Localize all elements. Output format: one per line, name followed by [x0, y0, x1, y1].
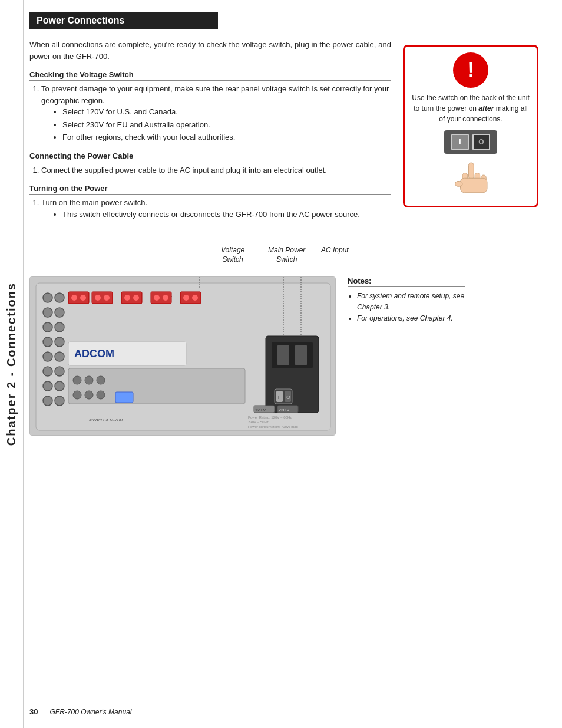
svg-text:230V ~ 50Hz: 230V ~ 50Hz: [248, 420, 269, 424]
svg-point-16: [43, 352, 52, 361]
two-col-layout: When all connections are complete, you'r…: [29, 39, 550, 222]
svg-point-48: [85, 376, 93, 384]
bullet-120v: Select 120V for U.S. and Canada.: [62, 106, 391, 118]
right-column: ! Use the switch on the back of the unit…: [403, 39, 550, 222]
footer-title: GFR-700 Owner's Manual: [49, 708, 131, 716]
svg-text:230 V: 230 V: [279, 408, 290, 412]
rear-panel-diagram: RS RF C LF LS: [29, 276, 336, 436]
voltage-bullets: Select 120V for U.S. and Canada. Select …: [62, 106, 391, 143]
svg-point-15: [55, 337, 64, 347]
hand-svg: [447, 159, 494, 200]
svg-point-22: [43, 396, 52, 406]
svg-point-11: [55, 308, 64, 317]
note-item-1: For system and remote setup, see Chapter…: [357, 291, 465, 313]
svg-text:ADCOM: ADCOM: [74, 348, 114, 360]
svg-point-12: [43, 322, 52, 332]
svg-rect-4: [461, 178, 488, 193]
svg-point-18: [43, 367, 52, 376]
svg-point-14: [43, 337, 52, 347]
cable-step-1: Connect the supplied power cable to the …: [41, 164, 391, 176]
page-footer: 30 GFR-700 Owner's Manual: [29, 707, 550, 716]
notes-heading: Notes:: [348, 276, 465, 287]
intro-paragraph: When all connections are complete, you'r…: [29, 39, 391, 62]
line-ac-input: [336, 265, 336, 275]
svg-point-47: [73, 376, 81, 384]
label-main-power-switch: Main PowerSwitch: [268, 246, 305, 264]
svg-point-42: [183, 295, 189, 301]
svg-point-20: [43, 381, 52, 391]
warning-icon: !: [453, 52, 488, 88]
svg-text:120 V: 120 V: [255, 408, 266, 412]
svg-point-50: [73, 391, 81, 399]
svg-point-31: [80, 295, 86, 301]
voltage-step-1: To prevent damage to your equipment, mak…: [41, 83, 391, 143]
cable-step-1-text: Connect the supplied power cable to the …: [41, 166, 327, 174]
svg-point-51: [85, 391, 93, 399]
svg-rect-0: [469, 163, 474, 179]
subheading-power: Turning on the Power: [29, 184, 391, 195]
svg-point-17: [55, 352, 64, 361]
power-bullets: This switch effectively connects or disc…: [62, 209, 391, 220]
line-voltage: [234, 265, 234, 275]
cable-steps: Connect the supplied power cable to the …: [41, 164, 391, 176]
warning-text: Use the switch on the back of the unit t…: [411, 93, 531, 124]
svg-point-8: [43, 293, 52, 302]
sidebar: Chatper 2 - Connections: [0, 0, 24, 728]
svg-point-30: [71, 295, 77, 301]
svg-point-13: [55, 322, 64, 332]
subheading-voltage: Checking the Voltage Switch: [29, 70, 391, 81]
svg-point-49: [97, 376, 105, 384]
line-main-power: [286, 265, 286, 275]
hand-illustration: [411, 159, 531, 200]
switch-o: O: [472, 134, 490, 150]
svg-point-43: [192, 295, 198, 301]
svg-point-23: [55, 396, 64, 406]
voltage-step-1-text: To prevent damage to your equipment, mak…: [41, 84, 389, 105]
svg-point-36: [124, 295, 130, 301]
subheading-cable: Connecting the Power Cable: [29, 151, 391, 162]
power-steps: Turn on the main power switch. This swit…: [41, 197, 391, 220]
svg-point-33: [95, 295, 101, 301]
main-content: Power Connections When all connections a…: [29, 0, 550, 459]
svg-point-21: [55, 381, 64, 391]
warning-exclamation: !: [467, 60, 474, 81]
svg-rect-57: [295, 345, 307, 365]
label-voltage-switch: VoltageSwitch: [221, 246, 244, 264]
bullet-230v: Select 230V for EU and Australia operati…: [62, 119, 391, 131]
svg-rect-53: [115, 392, 133, 403]
svg-text:Power consumption: 700W max: Power consumption: 700W max: [248, 425, 298, 429]
svg-point-10: [43, 308, 52, 317]
svg-rect-46: [68, 368, 245, 404]
voltage-steps: To prevent damage to your equipment, mak…: [41, 83, 391, 143]
svg-point-19: [55, 367, 64, 376]
svg-point-39: [154, 295, 160, 301]
notes-section: Notes: For system and remote setup, see …: [348, 276, 465, 436]
power-step-1: Turn on the main power switch. This swit…: [41, 197, 391, 220]
label-ac-input: AC Input: [321, 246, 349, 255]
note-item-2: For operations, see Chapter 4.: [357, 313, 465, 324]
power-step-1-text: Turn on the main power switch.: [41, 198, 147, 207]
power-switch-illustration: I O: [444, 130, 497, 154]
svg-point-34: [104, 295, 110, 301]
notes-list: For system and remote setup, see Chapter…: [357, 291, 465, 325]
warning-text-bold: after: [478, 104, 494, 113]
svg-rect-56: [277, 345, 289, 365]
power-bullet-1: This switch effectively connects or disc…: [62, 209, 391, 220]
svg-rect-5: [455, 182, 462, 187]
svg-text:Power Rating: 120V ~ 60Hz: Power Rating: 120V ~ 60Hz: [248, 416, 292, 419]
diagram-section: VoltageSwitch Main PowerSwitch AC Input: [29, 246, 550, 436]
page-number: 30: [29, 707, 38, 716]
diagram-labels: VoltageSwitch Main PowerSwitch AC Input: [65, 246, 550, 275]
section-header: Power Connections: [29, 12, 218, 29]
svg-point-9: [55, 293, 64, 302]
bullet-other: For other regions, check with your local…: [62, 131, 391, 143]
diagram-row: RS RF C LF LS: [29, 276, 550, 436]
svg-text:O: O: [286, 394, 290, 400]
svg-point-37: [133, 295, 139, 301]
svg-point-52: [97, 391, 105, 399]
sidebar-label: Chatper 2 - Connections: [5, 282, 18, 446]
warning-box: ! Use the switch on the back of the unit…: [403, 45, 538, 207]
svg-text:Model GFR-700: Model GFR-700: [89, 417, 123, 423]
svg-text:I: I: [278, 394, 280, 400]
left-column: When all connections are complete, you'r…: [29, 39, 391, 222]
